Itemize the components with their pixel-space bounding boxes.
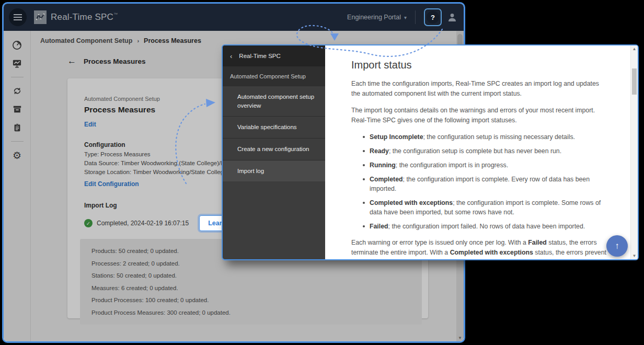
help-panel-scrollbar[interactable]: ▲ ▼ (630, 45, 638, 259)
scrollbar-thumb[interactable] (632, 68, 637, 95)
status-list: Setup Incomplete; the configuration setu… (363, 132, 606, 232)
scrollbar-down-arrow[interactable]: ▼ (631, 254, 638, 258)
status-item: Running; the configuration import is in … (363, 160, 606, 170)
scrollbar-up-arrow[interactable]: ▲ (631, 47, 638, 51)
article-title: Import status (351, 59, 606, 71)
article-paragraph-1: Each time the configuration imports, Rea… (351, 79, 606, 99)
chevron-left-icon: ‹ (230, 52, 232, 60)
help-button[interactable]: ? (427, 11, 439, 24)
help-button-highlight-ring: ? (424, 8, 442, 26)
question-mark-icon: ? (431, 14, 435, 21)
arrow-up-icon: ↑ (615, 241, 619, 251)
help-sidebar-back[interactable]: ‹ Real-Time SPC (223, 45, 325, 66)
help-nav-item-import-log[interactable]: Import log (223, 160, 325, 182)
help-panel: ‹ Real-Time SPC Automated Component Setu… (222, 44, 639, 260)
status-item: Completed; the configuration import is c… (363, 175, 606, 194)
help-sidebar-section-label: Automated Component Setup (223, 66, 325, 86)
status-item: Failed; the configuration import failed.… (363, 222, 606, 231)
help-nav-item-variable-specs[interactable]: Variable specifications (223, 116, 325, 138)
help-article: Import status Each time the configuratio… (325, 45, 638, 259)
help-sidebar-back-label: Real-Time SPC (239, 53, 280, 59)
help-nav-item-create-config[interactable]: Create a new configuration (223, 138, 325, 160)
scroll-to-top-button[interactable]: ↑ (606, 235, 628, 257)
help-panel-sidebar: ‹ Real-Time SPC Automated Component Setu… (223, 45, 325, 259)
status-item: Completed with exceptions; the configura… (363, 198, 606, 217)
article-paragraph-2: The import log contains details on the w… (351, 106, 606, 126)
status-item: Setup Incomplete; the configuration setu… (363, 132, 606, 142)
article-paragraph-3: Each warning or error type is issued onl… (351, 238, 606, 260)
help-nav-item-overview[interactable]: Automated component setup overview (223, 86, 325, 116)
status-item: Ready; the configuration setup is comple… (363, 146, 606, 156)
tutorial-composite: { "colors": { "accent_blue": "#4a90e2", … (0, 0, 644, 345)
